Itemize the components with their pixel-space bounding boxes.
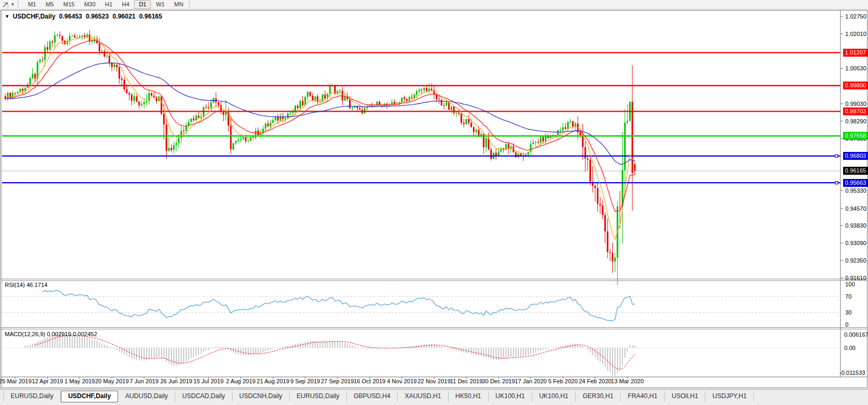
timeframe-button-W1[interactable]: W1 bbox=[151, 0, 169, 9]
chart-tab-fra40-h1[interactable]: FRA40,H1 bbox=[621, 391, 665, 401]
chart-tab-usoil-h1[interactable]: USOil,H1 bbox=[665, 391, 705, 401]
timeframe-buttons-group: M1M5M15M30H1H4D1W1MN bbox=[23, 0, 188, 9]
chart-tab-audusd-daily[interactable]: AUDUSD,Daily bbox=[118, 391, 175, 401]
chart-tab-ger30-h1[interactable]: GER30,H1 bbox=[576, 391, 621, 401]
chart-tab-usdjpy-h1[interactable]: USDJPY,H1 bbox=[705, 391, 754, 401]
crosshair-cursor-icon[interactable] bbox=[2, 1, 10, 8]
chart-canvas[interactable] bbox=[0, 0, 868, 405]
chart-symbol-label: USDCHF,Daily bbox=[13, 13, 56, 20]
chart-tab-uk100-h1[interactable]: UK100,H1 bbox=[532, 391, 576, 401]
dropdown-arrow-icon[interactable]: ▼ bbox=[11, 2, 15, 7]
chart-tab-gbpusd-h4[interactable]: GBPUSD,H4 bbox=[347, 391, 398, 401]
chart-tab-usdcad-daily[interactable]: USDCAD,Daily bbox=[175, 391, 232, 401]
chart-tabs-bar: EURUSD,DailyUSDCHF,DailyAUDUSD,DailyUSDC… bbox=[0, 389, 868, 405]
timeframe-button-M5[interactable]: M5 bbox=[41, 0, 58, 9]
ohlc-low: 0.96021 bbox=[112, 13, 135, 20]
chart-tab-hk50-h1[interactable]: HK50,H1 bbox=[449, 391, 489, 401]
chart-title: ▼ USDCHF,Daily 0.96453 0.96523 0.96021 0… bbox=[5, 13, 162, 20]
hline-handle bbox=[835, 155, 838, 157]
chart-tab-xauusd-h1[interactable]: XAUUSD,H1 bbox=[398, 391, 449, 401]
timeframe-button-D1[interactable]: D1 bbox=[134, 0, 151, 9]
chart-tab-usdcnh-daily[interactable]: USDCNH,Daily bbox=[232, 391, 290, 401]
hline-handle bbox=[835, 182, 838, 184]
chart-tab-usdchf-daily[interactable]: USDCHF,Daily bbox=[61, 391, 119, 402]
timeframe-button-M15[interactable]: M15 bbox=[58, 0, 79, 9]
trading-platform-window: ▼ M1M5M15M30H1H4D1W1MN ▼ USDCHF,Daily 0.… bbox=[0, 0, 868, 405]
ohlc-close: 0.96165 bbox=[139, 13, 162, 20]
chart-tab-eurusd-daily[interactable]: EURUSD,Daily bbox=[290, 391, 347, 401]
chart-tab-eurusd-daily[interactable]: EURUSD,Daily bbox=[3, 391, 61, 401]
timeframes-toolbar: ▼ M1M5M15M30H1H4D1W1MN bbox=[0, 0, 868, 10]
chart-window-frame bbox=[1, 11, 867, 388]
timeframe-button-MN[interactable]: MN bbox=[169, 0, 188, 9]
symbol-collapse-arrow-icon[interactable]: ▼ bbox=[5, 14, 10, 19]
ohlc-high: 0.96523 bbox=[86, 13, 109, 20]
chart-tab-uk100-h1[interactable]: UK100,H1 bbox=[489, 391, 532, 401]
toolbar-separator-end bbox=[189, 1, 193, 8]
timeframe-button-H4[interactable]: H4 bbox=[117, 0, 134, 9]
rsi-indicator-label: RSI(14) 46.1714 bbox=[5, 282, 48, 288]
timeframe-button-H1[interactable]: H1 bbox=[100, 0, 117, 9]
timeframe-button-M1[interactable]: M1 bbox=[23, 0, 41, 9]
timeframe-button-M30[interactable]: M30 bbox=[79, 0, 100, 9]
toolbar-separator bbox=[17, 1, 21, 8]
ohlc-open: 0.96453 bbox=[59, 13, 82, 20]
macd-indicator-label: MACD(12,26,9) 0.002919 0.002452 bbox=[5, 331, 97, 337]
